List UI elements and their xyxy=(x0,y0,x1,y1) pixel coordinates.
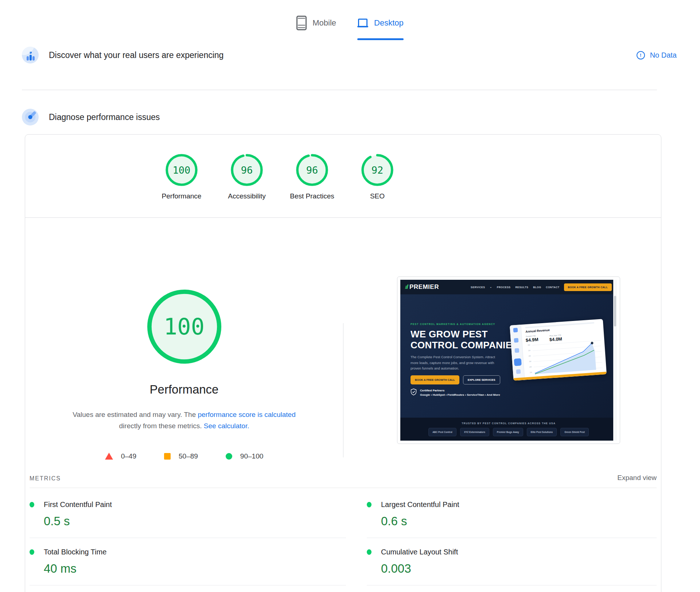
legend-pass-range: 90–100 xyxy=(240,452,263,460)
metric-fcp: First Contentful Paint 0.5 s xyxy=(30,491,346,538)
tab-mobile[interactable]: Mobile xyxy=(296,15,336,31)
site-headline: WE GROW PEST CONTROL COMPANIES xyxy=(411,329,518,351)
metric-cls: Cumulative Layout Shift 0.003 xyxy=(367,538,657,585)
site-nav-results: RESULTS xyxy=(515,286,528,289)
category-seo[interactable]: 92 SEO xyxy=(350,153,405,200)
gauges-divider xyxy=(25,217,661,218)
metric-cls-name: Cumulative Layout Shift xyxy=(381,548,458,556)
site-dashboard-card: Annual Revenue Current YTD Prior Year YT… xyxy=(510,319,607,380)
final-screenshot[interactable]: PREMIER SERVICES⌄ PROCESS RESULTS BLOG C… xyxy=(397,276,620,444)
site-hero-buttons: BOOK A FREE GROWTH CALL EXPLORE SERVICES xyxy=(411,375,500,384)
shield-check-icon xyxy=(411,388,417,395)
legend-fail-range: 0–49 xyxy=(121,452,136,460)
legend-fail: 0–49 xyxy=(105,452,136,460)
dashboard-blur-text xyxy=(525,322,594,328)
site-nav-services: SERVICES xyxy=(471,286,485,289)
site-thumbnail: PREMIER SERVICES⌄ PROCESS RESULTS BLOG C… xyxy=(400,280,617,441)
accessibility-score: 96 xyxy=(230,153,264,187)
desktop-icon xyxy=(357,19,368,27)
category-scores: 100 Performance 96 Accessibility xyxy=(154,153,405,200)
dashboard-sidebar xyxy=(510,325,525,381)
metrics-grid: First Contentful Paint 0.5 s Largest Con… xyxy=(30,491,657,585)
chevron-down-icon: ⌄ xyxy=(490,286,492,289)
site-nav-process: PROCESS xyxy=(497,286,511,289)
score-calc-link[interactable]: performance score is calculated xyxy=(198,411,295,418)
site-cta-primary: BOOK A FREE GROWTH CALL xyxy=(411,375,459,384)
dashboard-current-value: $4.9M xyxy=(525,337,538,343)
legend-pass: 90–100 xyxy=(226,452,263,460)
real-users-icon xyxy=(22,47,39,63)
performance-big-label: Performance xyxy=(25,383,343,396)
metric-tbt-name: Total Blocking Time xyxy=(44,548,106,556)
site-eyebrow: PEST CONTROL MARKETING & AUTOMATION AGEN… xyxy=(411,323,495,325)
fail-triangle-icon xyxy=(105,453,113,460)
field-section-title: Discover what your real users are experi… xyxy=(49,50,223,60)
metric-lcp-value: 0.6 s xyxy=(381,514,657,528)
site-scrollbar-thumb xyxy=(614,296,616,326)
site-hero: PEST CONTROL MARKETING & AUTOMATION AGEN… xyxy=(400,294,617,418)
legend-average-range: 50–89 xyxy=(179,452,198,460)
no-data-label: No Data xyxy=(650,51,677,59)
tab-desktop[interactable]: Desktop xyxy=(357,15,404,31)
accessibility-label: Accessibility xyxy=(219,192,274,200)
expand-view-button[interactable]: Expand view xyxy=(617,474,657,482)
best-practices-score: 96 xyxy=(295,153,329,187)
metric-tbt-value: 40 ms xyxy=(44,562,346,576)
note-text-2: directly from these metrics. xyxy=(119,422,204,430)
metric-lcp-name: Largest Contentful Paint xyxy=(381,500,459,509)
pass-dot-icon xyxy=(30,502,34,507)
performance-gauge: 100 xyxy=(147,289,222,364)
site-trusted-band: TRUSTED BY PEST CONTROL COMPANIES ACROSS… xyxy=(400,418,617,441)
see-calculator-link[interactable]: See calculator. xyxy=(204,422,249,430)
pass-dot-icon xyxy=(30,549,34,555)
metric-cls-value: 0.003 xyxy=(381,562,657,576)
metric-tbt: Total Blocking Time 40 ms xyxy=(30,538,346,585)
device-tabbar: Mobile Desktop xyxy=(0,15,700,31)
site-nav: SERVICES⌄ PROCESS RESULTS BLOG CONTACT xyxy=(471,286,559,289)
best-practices-label: Best Practices xyxy=(285,192,339,200)
pass-circle-icon xyxy=(226,453,232,460)
tick-3m: 3M xyxy=(523,360,531,363)
site-partners-list: Google • HubSpot • FieldRoutes • Service… xyxy=(420,393,500,396)
pass-dot-icon xyxy=(367,549,372,555)
site-body-text: The Complete Pest Control Conversion Sys… xyxy=(411,354,501,371)
chip-abc: ABC Pest Control xyxy=(428,428,456,436)
average-square-icon xyxy=(164,453,171,460)
revenue-area-chart xyxy=(532,340,603,375)
metrics-header: METRICS Expand view xyxy=(30,474,657,488)
score-note: Values are estimated and may vary. The p… xyxy=(71,409,297,432)
seo-label: SEO xyxy=(350,192,405,200)
chip-premier: Premier Bugs Away xyxy=(493,428,523,436)
mobile-icon xyxy=(296,16,307,30)
site-partners-title: Certified Partners xyxy=(420,388,500,393)
site-nav-blog: BLOG xyxy=(533,286,541,289)
tab-desktop-label: Desktop xyxy=(374,18,404,28)
site-header: PREMIER SERVICES⌄ PROCESS RESULTS BLOG C… xyxy=(400,280,617,294)
site-cta-secondary: EXPLORE SERVICES xyxy=(463,375,500,384)
seo-score: 92 xyxy=(360,153,394,187)
chip-elite: Elite Pest Solutions xyxy=(527,428,557,436)
dashboard-prior-value: $4.0M xyxy=(549,336,563,342)
tick-5m: 5M xyxy=(522,349,530,352)
metric-fcp-name: First Contentful Paint xyxy=(44,500,112,509)
category-performance[interactable]: 100 Performance xyxy=(154,153,209,200)
site-logo: PREMIER xyxy=(405,283,439,291)
site-brand: PREMIER xyxy=(409,283,439,291)
score-legend: 0–49 50–89 90–100 xyxy=(25,452,343,460)
category-best-practices[interactable]: 96 Best Practices xyxy=(285,153,339,200)
performance-big-score: 100 xyxy=(147,289,222,364)
section-divider xyxy=(22,90,657,90)
tick-1m: 1M xyxy=(524,371,532,374)
column-divider xyxy=(343,323,343,457)
metric-fcp-value: 0.5 s xyxy=(44,514,346,528)
dashboard-title: Annual Revenue xyxy=(525,328,550,334)
metrics-title: METRICS xyxy=(30,475,61,482)
report-card: 100 Performance 96 Accessibility xyxy=(25,134,661,592)
site-header-cta: BOOK A FREE GROWTH CALL xyxy=(564,283,612,291)
no-data-status[interactable]: ! No Data xyxy=(637,51,677,59)
tick-2m: 2M xyxy=(524,366,532,368)
category-accessibility[interactable]: 96 Accessibility xyxy=(219,153,274,200)
tick-4m: 4M xyxy=(523,355,531,357)
tab-mobile-label: Mobile xyxy=(312,18,336,28)
performance-label: Performance xyxy=(154,192,209,200)
